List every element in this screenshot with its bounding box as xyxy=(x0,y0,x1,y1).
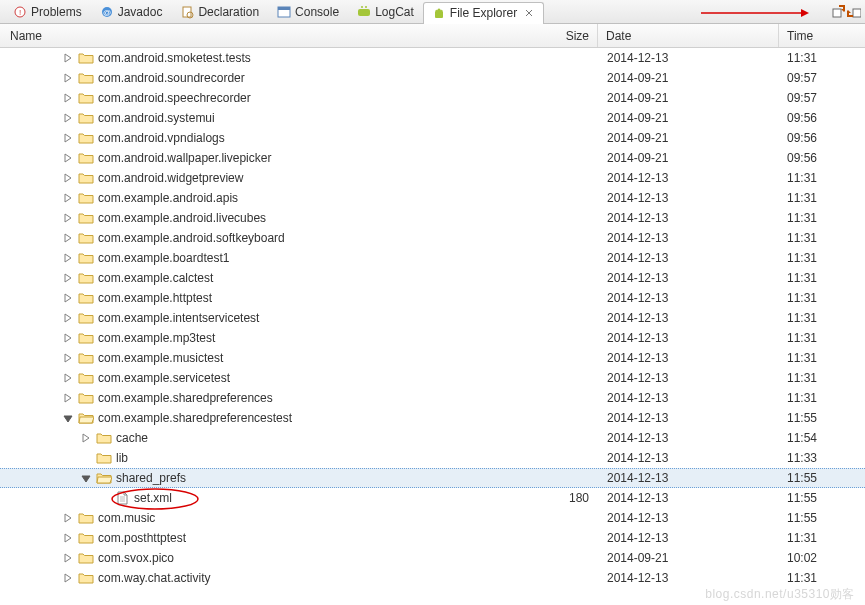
svg-marker-38 xyxy=(65,374,71,382)
twisty-closed-icon[interactable] xyxy=(62,232,74,244)
tree-file-row[interactable]: set.xml1802014-12-1311:55 xyxy=(0,488,865,508)
push-file-icon[interactable] xyxy=(847,5,861,19)
tree-folder-row[interactable]: com.android.wallpaper.livepicker2014-09-… xyxy=(0,148,865,168)
tab-problems[interactable]: !Problems xyxy=(4,1,91,23)
tree-folder-row[interactable]: com.android.soundrecorder2014-09-2109:57 xyxy=(0,68,865,88)
folder-icon xyxy=(78,51,94,65)
item-date: 2014-09-21 xyxy=(599,551,779,565)
twisty-closed-icon[interactable] xyxy=(62,252,74,264)
column-header[interactable]: Name Size Date Time xyxy=(0,24,865,48)
twisty-closed-icon[interactable] xyxy=(62,332,74,344)
svg-marker-40 xyxy=(64,416,72,422)
tree-folder-row[interactable]: com.android.vpndialogs2014-09-2109:56 xyxy=(0,128,865,148)
twisty-closed-icon[interactable] xyxy=(62,212,74,224)
twisty-closed-icon[interactable] xyxy=(62,552,74,564)
tree-folder-row[interactable]: com.example.sharedpreferences2014-12-131… xyxy=(0,388,865,408)
twisty-closed-icon[interactable] xyxy=(62,532,74,544)
twisty-none-icon xyxy=(80,452,92,464)
twisty-closed-icon[interactable] xyxy=(62,512,74,524)
tree-folder-row[interactable]: cache2014-12-1311:54 xyxy=(0,428,865,448)
item-date: 2014-12-13 xyxy=(599,491,779,505)
twisty-closed-icon[interactable] xyxy=(62,72,74,84)
twisty-closed-icon[interactable] xyxy=(62,172,74,184)
twisty-closed-icon[interactable] xyxy=(62,572,74,584)
svg-point-10 xyxy=(365,6,367,8)
close-icon[interactable] xyxy=(523,7,535,19)
twisty-closed-icon[interactable] xyxy=(62,272,74,284)
javadoc-icon: @ xyxy=(100,5,114,19)
twisty-closed-icon[interactable] xyxy=(62,192,74,204)
item-time: 11:31 xyxy=(779,271,865,285)
folder-icon xyxy=(96,471,112,485)
item-time: 11:55 xyxy=(779,511,865,525)
annotation-arrow xyxy=(701,6,811,20)
folder-icon xyxy=(78,251,94,265)
tree-folder-row[interactable]: com.music2014-12-1311:55 xyxy=(0,508,865,528)
col-size[interactable]: Size xyxy=(545,29,597,43)
item-date: 2014-12-13 xyxy=(599,211,779,225)
tree-folder-row[interactable]: com.android.widgetpreview2014-12-1311:31 xyxy=(0,168,865,188)
twisty-closed-icon[interactable] xyxy=(62,312,74,324)
tree-folder-row[interactable]: com.android.systemui2014-09-2109:56 xyxy=(0,108,865,128)
tree-folder-row[interactable]: com.example.intentservicetest2014-12-131… xyxy=(0,308,865,328)
tree-folder-row[interactable]: com.example.mp3test2014-12-1311:31 xyxy=(0,328,865,348)
item-date: 2014-12-13 xyxy=(599,471,779,485)
tree-folder-row[interactable]: com.example.httptest2014-12-1311:31 xyxy=(0,288,865,308)
tab-logcat[interactable]: LogCat xyxy=(348,1,423,23)
twisty-closed-icon[interactable] xyxy=(62,392,74,404)
item-date: 2014-12-13 xyxy=(599,51,779,65)
svg-marker-50 xyxy=(65,574,71,582)
pull-file-icon[interactable] xyxy=(831,5,845,19)
folder-icon xyxy=(78,511,94,525)
tab-console[interactable]: Console xyxy=(268,1,348,23)
twisty-closed-icon[interactable] xyxy=(62,112,74,124)
tree-folder-row[interactable]: com.svox.pico2014-09-2110:02 xyxy=(0,548,865,568)
twisty-closed-icon[interactable] xyxy=(62,152,74,164)
tab-label: Console xyxy=(295,5,339,19)
twisty-closed-icon[interactable] xyxy=(62,52,74,64)
item-time: 09:56 xyxy=(779,111,865,125)
twisty-closed-icon[interactable] xyxy=(62,372,74,384)
twisty-open-icon[interactable] xyxy=(80,472,92,484)
tab-declaration[interactable]: Declaration xyxy=(171,1,268,23)
tab-file-explorer[interactable]: File Explorer xyxy=(423,2,544,24)
tree-folder-row[interactable]: lib2014-12-1311:33 xyxy=(0,448,865,468)
item-date: 2014-12-13 xyxy=(599,171,779,185)
col-name[interactable]: Name xyxy=(0,29,545,43)
col-time[interactable]: Time xyxy=(779,29,865,43)
tree-folder-row[interactable]: com.android.smoketest.tests2014-12-1311:… xyxy=(0,48,865,68)
tab-javadoc[interactable]: @Javadoc xyxy=(91,1,172,23)
col-date[interactable]: Date xyxy=(598,29,778,43)
tree-folder-row[interactable]: com.way.chat.activity2014-12-1311:31 xyxy=(0,568,865,588)
tree-folder-row[interactable]: com.android.speechrecorder2014-09-2109:5… xyxy=(0,88,865,108)
tree-folder-row[interactable]: com.example.musictest2014-12-1311:31 xyxy=(0,348,865,368)
console-icon xyxy=(277,5,291,19)
twisty-closed-icon[interactable] xyxy=(80,432,92,444)
tree-folder-row[interactable]: com.posthttptest2014-12-1311:31 xyxy=(0,528,865,548)
tree-folder-row[interactable]: com.example.boardtest12014-12-1311:31 xyxy=(0,248,865,268)
svg-marker-25 xyxy=(65,114,71,122)
tree-folder-row[interactable]: com.example.android.livecubes2014-12-131… xyxy=(0,208,865,228)
item-date: 2014-12-13 xyxy=(599,231,779,245)
tree-folder-row[interactable]: com.example.android.apis2014-12-1311:31 xyxy=(0,188,865,208)
twisty-closed-icon[interactable] xyxy=(62,132,74,144)
svg-rect-18 xyxy=(833,9,841,17)
twisty-closed-icon[interactable] xyxy=(62,92,74,104)
item-date: 2014-12-13 xyxy=(599,431,779,445)
twisty-open-icon[interactable] xyxy=(62,412,74,424)
tree-folder-row[interactable]: com.example.android.softkeyboard2014-12-… xyxy=(0,228,865,248)
logcat-icon xyxy=(357,5,371,19)
item-name: com.posthttptest xyxy=(98,531,186,545)
file-tree[interactable]: com.android.smoketest.tests2014-12-1311:… xyxy=(0,48,865,605)
declaration-icon xyxy=(180,5,194,19)
twisty-closed-icon[interactable] xyxy=(62,292,74,304)
tree-folder-row[interactable]: shared_prefs2014-12-1311:55 xyxy=(0,468,865,488)
tree-folder-row[interactable]: com.example.servicetest2014-12-1311:31 xyxy=(0,368,865,388)
view-tab-bar: !Problems@JavadocDeclarationConsoleLogCa… xyxy=(0,0,865,24)
item-time: 10:02 xyxy=(779,551,865,565)
twisty-closed-icon[interactable] xyxy=(62,352,74,364)
file-icon xyxy=(114,491,130,505)
tree-folder-row[interactable]: com.example.calctest2014-12-1311:31 xyxy=(0,268,865,288)
item-name: com.example.sharedpreferencestest xyxy=(98,411,292,425)
tree-folder-row[interactable]: com.example.sharedpreferencestest2014-12… xyxy=(0,408,865,428)
